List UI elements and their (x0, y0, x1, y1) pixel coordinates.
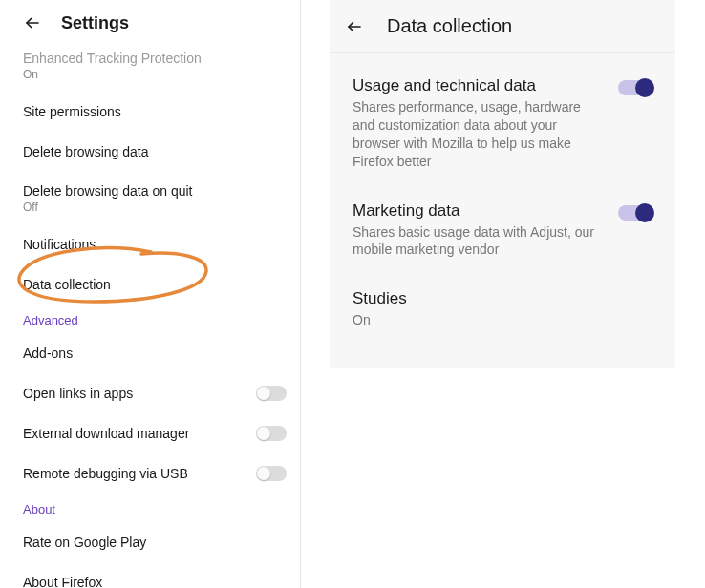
item-site-permissions[interactable]: Site permissions (11, 92, 300, 132)
item-enhanced-tracking[interactable]: Enhanced Tracking Protection On (11, 46, 300, 92)
item-label: About Firefox (23, 574, 287, 588)
item-label: Site permissions (23, 103, 287, 120)
item-label: Rate on Google Play (23, 534, 287, 551)
item-notifications[interactable]: Notifications (11, 224, 300, 264)
toggle-marketing-data[interactable] (618, 205, 652, 220)
item-data-collection[interactable]: Data collection (11, 264, 300, 304)
data-collection-header: Data collection (330, 0, 675, 53)
item-add-ons[interactable]: Add-ons (11, 333, 300, 373)
toggle-open-links[interactable] (256, 386, 287, 401)
item-delete-browsing-data-on-quit[interactable]: Delete browsing data on quit Off (11, 172, 300, 224)
back-icon[interactable] (23, 13, 42, 32)
item-label: Delete browsing data on quit (23, 182, 287, 200)
section-advanced: Advanced (11, 305, 300, 333)
item-title: Usage and technical data (352, 76, 603, 95)
section-about: About (11, 494, 300, 522)
item-label: Add-ons (23, 345, 287, 362)
item-about-firefox[interactable]: About Firefox (11, 562, 300, 588)
item-sublabel: Off (23, 200, 287, 214)
toggle-remote-debugging[interactable] (256, 466, 287, 481)
settings-body: Enhanced Tracking Protection On Site per… (11, 46, 300, 588)
item-usage-technical-data[interactable]: Usage and technical data Shares performa… (352, 76, 652, 171)
item-delete-browsing-data[interactable]: Delete browsing data (11, 132, 300, 172)
item-label: Remote debugging via USB (23, 465, 256, 482)
toggle-usage-data[interactable] (618, 80, 652, 95)
settings-title: Settings (61, 13, 129, 33)
item-label: Enhanced Tracking Protection (23, 50, 287, 67)
item-marketing-data[interactable]: Marketing data Shares basic usage data w… (352, 201, 652, 260)
item-label: Data collection (23, 276, 287, 293)
item-open-links-in-apps[interactable]: Open links in apps (11, 373, 300, 413)
data-collection-body: Usage and technical data Shares performa… (330, 53, 675, 368)
item-label: Open links in apps (23, 385, 256, 402)
back-icon[interactable] (345, 17, 364, 36)
item-label: Delete browsing data (23, 143, 287, 160)
settings-panel: Settings Enhanced Tracking Protection On… (11, 0, 301, 588)
toggle-external-download[interactable] (256, 426, 287, 441)
item-desc: On (352, 311, 652, 329)
item-external-download-manager[interactable]: External download manager (11, 413, 300, 453)
item-title: Studies (352, 289, 652, 308)
item-remote-debugging[interactable]: Remote debugging via USB (11, 453, 300, 494)
item-label: Notifications (23, 236, 287, 253)
item-title: Marketing data (352, 201, 603, 220)
item-desc: Shares basic usage data with Adjust, our… (352, 223, 603, 260)
data-collection-title: Data collection (387, 15, 512, 37)
item-label: External download manager (23, 425, 256, 442)
item-sublabel: On (23, 68, 287, 81)
item-studies[interactable]: Studies On (352, 289, 652, 329)
settings-header: Settings (11, 0, 300, 46)
data-collection-panel: Data collection Usage and technical data… (330, 0, 675, 382)
item-rate-google-play[interactable]: Rate on Google Play (11, 522, 300, 562)
item-desc: Shares performance, usage, hardware and … (352, 98, 603, 171)
